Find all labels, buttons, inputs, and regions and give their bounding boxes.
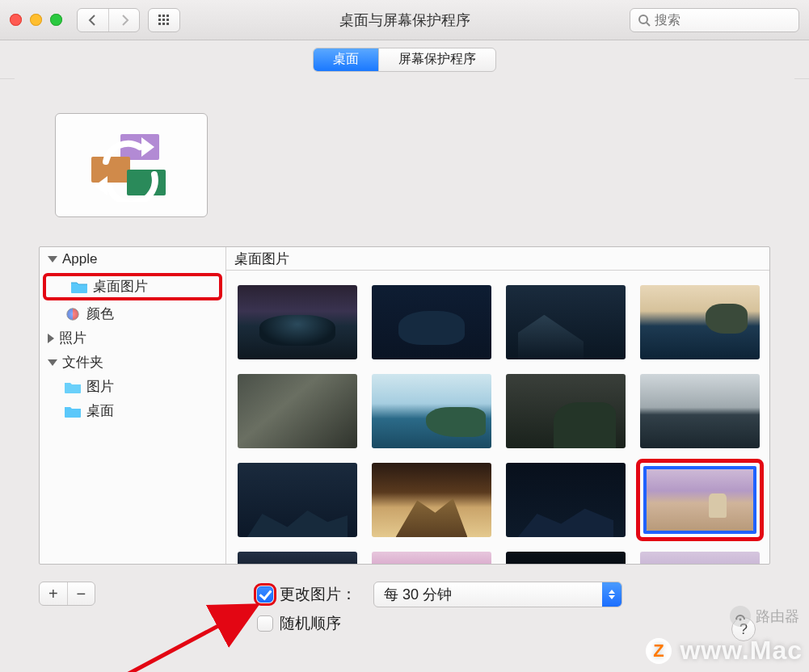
main-panel: Apple 桌面图片 颜色	[15, 76, 794, 657]
tab-desktop[interactable]: 桌面	[314, 48, 378, 71]
wallpaper-thumb[interactable]	[372, 374, 491, 448]
svg-rect-6	[158, 23, 161, 25]
folder-icon	[64, 380, 82, 394]
sidebar-item-label: 桌面	[86, 399, 114, 423]
add-folder-button[interactable]: +	[40, 582, 67, 605]
watermark-router-label: 路由器	[756, 607, 799, 626]
content-area: 桌面图片	[226, 247, 769, 564]
wallpaper-thumb[interactable]	[640, 285, 760, 359]
sidebar-group-folders[interactable]: 文件夹	[40, 351, 225, 375]
router-watermark-icon	[730, 606, 751, 627]
add-remove-segment: + −	[39, 582, 95, 606]
wallpaper-thumb-selected[interactable]	[640, 463, 760, 537]
source-and-grid: Apple 桌面图片 颜色	[39, 246, 770, 565]
color-wheel-icon	[64, 307, 82, 321]
svg-rect-5	[166, 19, 169, 21]
svg-rect-2	[166, 15, 169, 17]
sidebar-item-desktop-pictures[interactable]: 桌面图片	[46, 276, 219, 297]
svg-rect-3	[158, 19, 161, 21]
wallpaper-thumb[interactable]	[372, 463, 491, 537]
svg-rect-13	[127, 170, 166, 195]
sidebar-group-label: 文件夹	[62, 351, 103, 375]
forward-button[interactable]	[108, 9, 139, 32]
change-picture-checkbox[interactable]	[257, 586, 273, 603]
sidebar-item-desktop-folder[interactable]: 桌面	[40, 399, 225, 423]
select-stepper-icon	[602, 582, 621, 607]
window-title: 桌面与屏幕保护程序	[188, 10, 621, 30]
wallpaper-thumb[interactable]	[506, 285, 626, 359]
wallpaper-thumb[interactable]	[238, 463, 357, 537]
back-button[interactable]	[78, 9, 108, 32]
svg-rect-12	[91, 157, 130, 183]
wallpaper-thumb[interactable]	[640, 374, 760, 448]
wallpaper-thumb[interactable]	[238, 552, 357, 564]
random-order-row: 随机顺序	[257, 612, 341, 635]
window-traffic-lights	[10, 14, 62, 26]
nav-back-forward	[77, 8, 140, 32]
wallpaper-thumb[interactable]	[238, 285, 357, 359]
zoom-window-icon[interactable]	[50, 14, 62, 26]
change-interval-select[interactable]: 每 30 分钟	[373, 582, 622, 607]
titlebar: 桌面与屏幕保护程序	[0, 0, 809, 40]
watermark-router: 路由器	[730, 606, 799, 627]
sidebar-group-apple[interactable]: Apple	[40, 247, 225, 271]
sidebar-item-label: 桌面图片	[93, 275, 148, 299]
svg-point-9	[639, 15, 647, 23]
svg-rect-0	[158, 15, 161, 17]
change-interval-value: 每 30 分钟	[384, 585, 452, 604]
grid-icon	[158, 14, 171, 27]
sidebar-group-label: 照片	[59, 326, 86, 351]
sidebar-item-colors[interactable]: 颜色	[40, 302, 225, 326]
show-all-button[interactable]	[148, 8, 180, 32]
sidebar-group-label: Apple	[62, 247, 97, 271]
wallpaper-thumb[interactable]	[640, 552, 760, 564]
disclosure-triangle-icon[interactable]	[48, 334, 54, 343]
chevron-left-icon	[86, 14, 99, 27]
cycle-wallpapers-icon	[83, 129, 180, 202]
wallpaper-thumb[interactable]	[238, 374, 357, 448]
folder-icon	[64, 404, 82, 418]
svg-point-19	[739, 619, 742, 621]
remove-folder-button[interactable]: −	[67, 582, 95, 605]
random-order-label: 随机顺序	[280, 613, 341, 634]
tab-segmented-control: 桌面 屏幕保护程序	[313, 48, 496, 72]
tab-screensaver[interactable]: 屏幕保护程序	[378, 48, 495, 71]
watermark-main-label: www.Mac	[680, 636, 803, 666]
wallpaper-thumb[interactable]	[506, 552, 626, 564]
wallpaper-thumb[interactable]	[506, 374, 626, 448]
search-input[interactable]	[630, 8, 799, 32]
svg-line-10	[647, 23, 650, 26]
sidebar-group-photos[interactable]: 照片	[40, 326, 225, 351]
change-picture-row: 更改图片：	[257, 583, 356, 606]
current-wallpaper-preview	[55, 113, 208, 217]
watermark-main: Z www.Mac	[646, 636, 803, 666]
disclosure-triangle-icon[interactable]	[48, 256, 57, 262]
wallpaper-grid[interactable]	[226, 271, 769, 564]
svg-rect-8	[166, 23, 169, 25]
sidebar-item-label: 颜色	[86, 302, 114, 326]
annotation-highlight-box: 桌面图片	[43, 273, 222, 300]
random-order-checkbox[interactable]	[257, 615, 273, 632]
source-sidebar[interactable]: Apple 桌面图片 颜色	[40, 247, 226, 564]
svg-rect-1	[162, 15, 165, 17]
close-window-icon[interactable]	[10, 14, 22, 26]
content-header: 桌面图片	[226, 247, 769, 271]
svg-rect-4	[162, 19, 165, 21]
svg-rect-7	[162, 23, 165, 25]
sidebar-item-pictures-folder[interactable]: 图片	[40, 375, 225, 399]
search-wrap	[630, 8, 799, 32]
chevron-right-icon	[118, 14, 131, 27]
wallpaper-thumb[interactable]	[372, 552, 491, 564]
search-icon	[638, 14, 651, 27]
tab-bar: 桌面 屏幕保护程序	[0, 40, 809, 79]
wallpaper-thumb[interactable]	[372, 285, 491, 359]
change-picture-label: 更改图片：	[280, 584, 356, 605]
minimize-window-icon[interactable]	[30, 14, 42, 26]
folder-icon	[70, 279, 88, 294]
disclosure-triangle-icon[interactable]	[48, 359, 57, 366]
wallpaper-thumb[interactable]	[506, 463, 626, 537]
sidebar-item-label: 图片	[86, 375, 114, 399]
watermark-z-icon: Z	[646, 638, 672, 664]
